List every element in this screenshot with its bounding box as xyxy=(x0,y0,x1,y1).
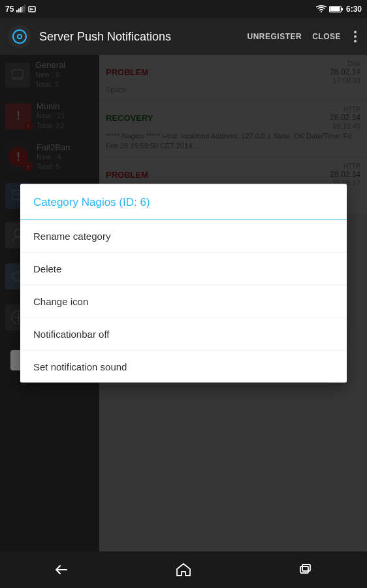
battery-icon xyxy=(329,5,343,13)
media-icon xyxy=(28,6,36,12)
category-dialog: Category Nagios (ID: 6) Rename category … xyxy=(20,184,347,383)
more-menu-button[interactable] xyxy=(351,28,359,45)
recent-apps-button[interactable] xyxy=(286,557,325,583)
unregister-button[interactable]: UNREGISTER xyxy=(247,32,302,41)
home-button[interactable] xyxy=(164,557,203,583)
app-bar: Server Push Notifications UNREGISTER CLO… xyxy=(0,18,367,55)
bottom-nav xyxy=(0,551,367,588)
status-bar: 75 6:30 xyxy=(0,0,367,18)
menu-dot-3 xyxy=(354,40,357,42)
dialog-item-rename[interactable]: Rename category xyxy=(20,220,347,253)
eye-app-icon xyxy=(12,29,27,44)
svg-rect-2 xyxy=(20,7,22,12)
app-icon xyxy=(8,25,31,48)
svg-rect-4 xyxy=(24,5,25,12)
menu-dot-1 xyxy=(354,31,357,33)
battery-level: 75 xyxy=(5,5,14,14)
svg-rect-10 xyxy=(330,7,340,12)
svg-rect-26 xyxy=(302,564,310,571)
close-button[interactable]: CLOSE xyxy=(312,32,341,41)
svg-rect-25 xyxy=(300,566,308,573)
menu-dot-2 xyxy=(354,35,357,38)
dialog-item-notification-sound[interactable]: Set notification sound xyxy=(20,351,347,383)
dialog-title-container: Category Nagios (ID: 6) xyxy=(20,184,347,220)
app-bar-actions: UNREGISTER CLOSE xyxy=(247,28,359,45)
back-icon xyxy=(54,562,69,578)
svg-point-13 xyxy=(18,35,21,38)
app-title: Server Push Notifications xyxy=(39,30,239,44)
main-content: General New : 0 Total: 3 ! ! Munin New :… xyxy=(0,55,367,551)
home-icon xyxy=(176,562,191,578)
dialog-item-delete[interactable]: Delete xyxy=(20,253,347,286)
status-right: 6:30 xyxy=(316,5,362,14)
dialog-item-change-icon[interactable]: Change icon xyxy=(20,286,347,318)
signal-icon xyxy=(16,5,25,14)
dialog-item-notificationbar[interactable]: Notificationbar off xyxy=(20,318,347,351)
svg-rect-0 xyxy=(16,10,18,12)
svg-rect-1 xyxy=(18,8,20,12)
back-button[interactable] xyxy=(42,557,81,583)
recent-apps-icon xyxy=(298,562,313,578)
svg-rect-3 xyxy=(22,6,24,12)
svg-rect-9 xyxy=(341,8,343,10)
status-left: 75 xyxy=(5,5,36,14)
dialog-title: Category Nagios (ID: 6) xyxy=(33,196,150,208)
time-display: 6:30 xyxy=(346,5,362,14)
wifi-icon xyxy=(316,5,327,13)
